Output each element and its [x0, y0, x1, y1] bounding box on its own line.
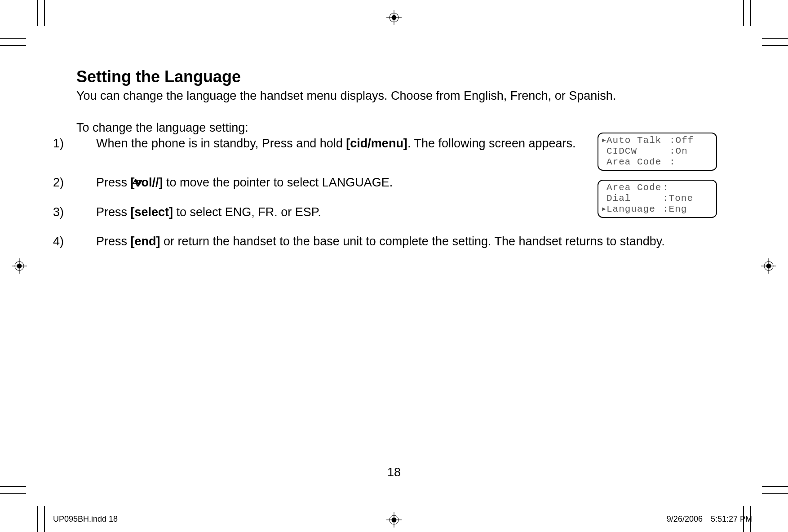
footer-date: 9/26/2006: [667, 514, 703, 524]
step-text: to move the pointer to select LANGUAGE.: [163, 176, 393, 189]
lcd-label: Area Code: [606, 157, 669, 168]
intro-text: You can change the language the handset …: [76, 89, 710, 103]
button-ref-close: ]: [159, 176, 163, 189]
lcd-row: Area Code:: [601, 182, 713, 193]
lcd-screen-2: Area Code: Dial:Tone ▸Language:Eng: [598, 180, 717, 218]
crop-mark: [0, 45, 26, 46]
lcd-value: :Eng: [663, 204, 713, 215]
step-text: . The following screen appears.: [407, 137, 576, 150]
pointer-icon: [601, 146, 606, 157]
crop-mark: [762, 45, 788, 46]
step-text: or return the handset to the base unit t…: [160, 235, 665, 248]
crop-mark: [44, 0, 45, 26]
step-text: Press: [96, 235, 131, 248]
crop-mark: [37, 0, 38, 26]
step-text: When the phone is in standby, Press and …: [96, 137, 346, 150]
pointer-icon: ▸: [601, 204, 606, 215]
lcd-label: Language: [606, 204, 663, 215]
lcd-row: CIDCW:On: [601, 146, 713, 157]
crop-mark: [762, 493, 788, 494]
step-text: to select ENG, FR. or ESP.: [173, 205, 321, 219]
step-number: 1): [76, 137, 96, 151]
step-number: 3): [76, 205, 96, 219]
crop-mark: [750, 0, 751, 26]
lcd-screen-1: ▸Auto Talk:Off CIDCW:On Area Code:: [598, 133, 717, 171]
pointer-icon: [601, 182, 606, 193]
crop-mark: [762, 486, 788, 487]
registration-mark-icon: [12, 258, 27, 274]
footer: UP095BH.indd 18 9/26/2006 5:51:27 PM: [53, 514, 752, 524]
registration-mark-icon: [386, 10, 402, 25]
lcd-row: Dial:Tone: [601, 193, 713, 204]
lcd-row: Area Code:: [601, 157, 713, 168]
pointer-icon: ▸: [601, 135, 606, 146]
lcd-label: Dial: [606, 193, 663, 204]
crop-mark: [743, 0, 744, 26]
lcd-row: ▸Auto Talk:Off: [601, 135, 713, 146]
lcd-screens: ▸Auto Talk:Off CIDCW:On Area Code: Area …: [598, 133, 714, 227]
step-4: 4)Press [end] or return the handset to t…: [76, 235, 710, 248]
lcd-value: :On: [669, 146, 713, 157]
button-ref: [select]: [131, 205, 173, 219]
crop-mark: [44, 506, 45, 532]
step-number: 2): [76, 176, 96, 190]
crop-mark: [0, 38, 26, 39]
crop-mark: [37, 506, 38, 532]
section-title: Setting the Language: [76, 67, 710, 86]
footer-time: 5:51:27 PM: [711, 514, 752, 524]
pointer-icon: [601, 157, 606, 168]
registration-mark-icon: [761, 258, 776, 274]
button-ref: [cid/menu]: [346, 137, 407, 150]
lcd-row: ▸Language:Eng: [601, 204, 713, 215]
lcd-value: :Tone: [663, 193, 713, 204]
lcd-label: Auto Talk: [606, 135, 669, 146]
crop-mark: [0, 493, 26, 494]
step-text: Press: [96, 176, 131, 189]
page-number: 18: [0, 466, 788, 479]
lcd-value: :Off: [669, 135, 713, 146]
lcd-label: Area Code: [606, 182, 663, 193]
button-ref: [end]: [131, 235, 160, 248]
crop-mark: [762, 38, 788, 39]
lcd-label: CIDCW: [606, 146, 669, 157]
step-text: Press: [96, 205, 131, 219]
lcd-value: :: [669, 157, 713, 168]
lcd-value: :: [663, 182, 713, 193]
page: Setting the Language You can change the …: [0, 0, 788, 532]
pointer-icon: [601, 193, 606, 204]
crop-mark: [0, 486, 26, 487]
step-number: 4): [76, 235, 96, 248]
footer-file: UP095BH.indd 18: [53, 514, 118, 524]
